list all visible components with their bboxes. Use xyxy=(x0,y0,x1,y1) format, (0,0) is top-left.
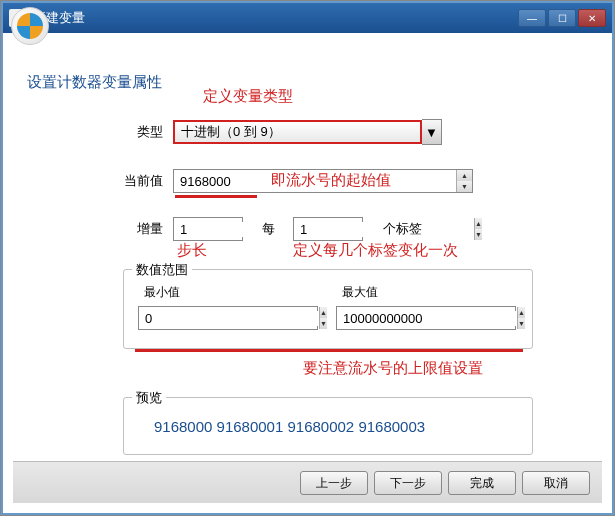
type-label: 类型 xyxy=(113,123,163,141)
watermark-logo xyxy=(11,7,49,45)
finish-button[interactable]: 完成 xyxy=(448,471,516,495)
window-title: 新建变量 xyxy=(33,9,516,27)
next-button[interactable]: 下一步 xyxy=(374,471,442,495)
maximize-button[interactable]: ☐ xyxy=(548,9,576,27)
cancel-button[interactable]: 取消 xyxy=(522,471,590,495)
chevron-down-icon: ▼ xyxy=(425,125,438,140)
annotation-per: 定义每几个标签变化一次 xyxy=(293,241,458,260)
max-input[interactable] xyxy=(337,311,517,326)
prev-button[interactable]: 上一步 xyxy=(300,471,368,495)
min-spinner[interactable]: ▲▼ xyxy=(319,307,327,329)
per-label: 每 xyxy=(243,220,293,238)
type-value: 十进制（0 到 9） xyxy=(181,123,281,141)
per-spinner[interactable]: ▲▼ xyxy=(474,218,482,240)
per-unit: 个标签 xyxy=(383,220,422,238)
dialog-content: 设置计数器变量属性 定义变量类型 类型 十进制（0 到 9） ▼ 当前值 ▲▼ … xyxy=(13,39,602,503)
minimize-button[interactable]: — xyxy=(518,9,546,27)
preview-legend: 预览 xyxy=(132,389,166,407)
preview-text: 9168000 91680001 91680002 91680003 xyxy=(154,418,425,435)
current-label: 当前值 xyxy=(113,172,163,190)
range-fieldset: 数值范围 最小值 最大值 ▲▼ ▲▼ xyxy=(123,269,533,349)
max-label: 最大值 xyxy=(342,284,378,301)
annotation-current: 即流水号的起始值 xyxy=(271,171,391,190)
current-spinner[interactable]: ▲▼ xyxy=(456,170,472,192)
close-button[interactable]: ✕ xyxy=(578,9,606,27)
max-spinner[interactable]: ▲▼ xyxy=(517,307,525,329)
annotation-type: 定义变量类型 xyxy=(203,87,293,106)
range-legend: 数值范围 xyxy=(132,261,192,279)
annotation-limit: 要注意流水号的上限值设置 xyxy=(303,359,483,378)
page-subtitle: 设置计数器变量属性 xyxy=(27,73,162,92)
min-label: 最小值 xyxy=(144,284,180,301)
preview-fieldset: 预览 9168000 91680001 91680002 91680003 xyxy=(123,397,533,455)
title-bar: ◆ 新建变量 — ☐ ✕ xyxy=(3,3,612,33)
min-input[interactable] xyxy=(139,311,319,326)
increment-label: 增量 xyxy=(113,220,163,238)
annotation-step: 步长 xyxy=(177,241,207,260)
type-select[interactable]: 十进制（0 到 9） xyxy=(173,120,422,144)
